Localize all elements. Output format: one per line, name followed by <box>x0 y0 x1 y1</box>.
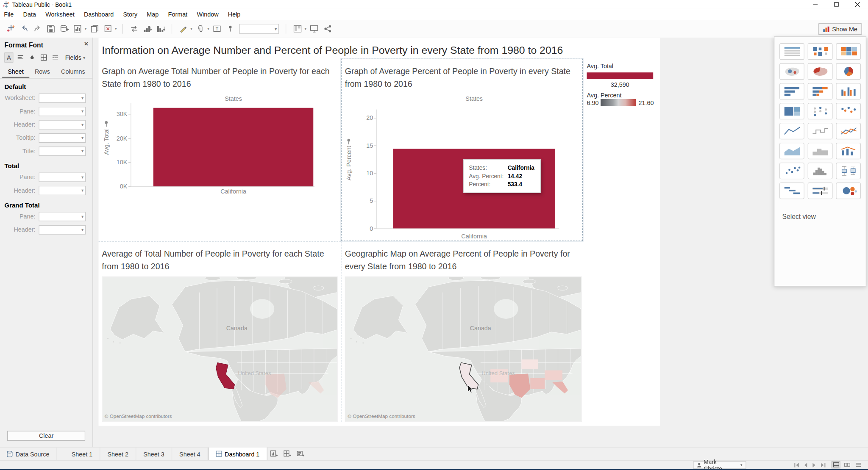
showme-continuous-lines[interactable] <box>779 123 804 139</box>
tab-sheet-3[interactable]: Sheet 3 <box>136 448 172 460</box>
show-mark-labels-icon[interactable]: T <box>210 22 223 35</box>
group-members-button[interactable]: ▾ <box>194 22 209 35</box>
showme-gantt-chart[interactable] <box>779 182 804 199</box>
tooltip-font-select[interactable]: ▾ <box>39 133 86 142</box>
worksheet-font-select[interactable]: ▾ <box>39 93 86 102</box>
showme-pie-chart[interactable] <box>836 63 861 80</box>
tl-bar-california[interactable] <box>153 108 313 186</box>
showme-heat-map[interactable] <box>808 43 833 60</box>
showme-symbol-map[interactable] <box>779 63 804 80</box>
grand-total-pane-font-select[interactable]: ▾ <box>39 212 86 221</box>
show-sheet-tabs-icon[interactable] <box>832 461 840 468</box>
format-tab-columns[interactable]: Columns <box>56 66 91 78</box>
legend-avg-total-swatch[interactable] <box>587 72 653 79</box>
tl-y-axis-line <box>131 103 131 187</box>
showme-text-table[interactable] <box>779 43 804 60</box>
menu-help[interactable]: Help <box>224 9 245 20</box>
sort-ascending-icon[interactable] <box>141 22 154 35</box>
redo-icon[interactable] <box>31 22 44 35</box>
format-borders-icon[interactable] <box>39 53 48 63</box>
poverty-total-map[interactable]: Canada United States © OpenStreetMap con… <box>102 276 337 422</box>
showme-bullet-graph[interactable] <box>808 182 833 199</box>
show-hide-cards-button[interactable]: ▾ <box>291 22 306 35</box>
clear-sheet-button[interactable]: ▾ <box>101 22 117 35</box>
total-pane-font-select[interactable]: ▾ <box>39 172 86 182</box>
tab-sheet-4[interactable]: Sheet 4 <box>172 448 208 460</box>
new-dashboard-tab-button[interactable] <box>281 448 294 460</box>
showme-highlight-table[interactable] <box>836 43 861 60</box>
user-account-dropdown[interactable]: Mark Christo... ▾ <box>693 461 746 469</box>
new-worksheet-button[interactable]: ▾ <box>71 22 86 35</box>
pane-font-select[interactable]: ▾ <box>39 106 86 116</box>
format-shading-icon[interactable] <box>28 53 36 63</box>
showme-dual-lines[interactable] <box>836 123 861 139</box>
last-sheet-icon[interactable] <box>821 462 826 467</box>
showme-circle-views[interactable] <box>808 103 833 119</box>
presentation-mode-icon[interactable] <box>308 22 321 35</box>
showme-side-by-side-circles[interactable] <box>836 103 861 119</box>
previous-sheet-icon[interactable] <box>803 462 808 467</box>
fields-dropdown[interactable]: Fields▾ <box>62 54 88 61</box>
showme-discrete-lines[interactable] <box>808 123 833 139</box>
menu-format[interactable]: Format <box>164 9 191 20</box>
showme-packed-bubbles[interactable] <box>836 182 861 199</box>
showme-histogram[interactable] <box>808 163 833 179</box>
format-font-icon[interactable]: A <box>4 53 13 63</box>
menu-dashboard[interactable]: Dashboard <box>80 9 118 20</box>
format-alignment-icon[interactable] <box>16 53 25 63</box>
format-lines-icon[interactable] <box>51 53 60 63</box>
showme-scatter-plot[interactable] <box>779 163 804 179</box>
tableau-home-icon[interactable] <box>4 22 17 35</box>
total-header-font-select[interactable]: ▾ <box>39 185 86 195</box>
highlight-button[interactable]: ▾ <box>177 22 192 35</box>
swap-rows-columns-icon[interactable] <box>127 22 140 35</box>
showme-horizontal-bars[interactable] <box>779 83 804 100</box>
show-sheet-list-icon[interactable] <box>854 461 862 468</box>
legend-gradient-bar[interactable] <box>601 99 637 106</box>
maximize-button[interactable] <box>826 0 847 9</box>
sort-descending-icon[interactable] <box>154 22 167 35</box>
fit-selector[interactable]: ▾ <box>239 24 279 34</box>
title-font-select[interactable]: ▾ <box>39 146 86 155</box>
fix-axes-icon[interactable] <box>224 22 237 35</box>
menu-data[interactable]: Data <box>19 9 40 20</box>
close-button[interactable] <box>847 0 868 9</box>
header-font-select[interactable]: ▾ <box>39 120 86 129</box>
showme-box-and-whisker[interactable] <box>836 163 861 179</box>
menu-story[interactable]: Story <box>119 9 141 20</box>
grand-total-header-font-select[interactable]: ▾ <box>39 225 86 234</box>
add-data-icon[interactable] <box>58 22 71 35</box>
format-pane-close-icon[interactable]: ✕ <box>84 41 89 47</box>
undo-icon[interactable] <box>18 22 31 35</box>
poverty-percent-map[interactable]: Canada United States © OpenStreetMap con… <box>345 276 582 422</box>
tab-sheet-1[interactable]: Sheet 1 <box>64 448 100 460</box>
new-worksheet-tab-button[interactable] <box>267 448 281 460</box>
clear-button[interactable]: Clear <box>7 431 85 441</box>
menu-map[interactable]: Map <box>143 9 162 20</box>
tab-dashboard-1[interactable]: Dashboard 1 <box>208 448 267 460</box>
new-story-tab-button[interactable] <box>294 448 307 460</box>
showme-area-chart-continuous[interactable] <box>779 143 804 159</box>
menu-window[interactable]: Window <box>193 9 222 20</box>
share-icon[interactable] <box>321 22 334 35</box>
first-sheet-icon[interactable] <box>794 462 799 467</box>
next-sheet-icon[interactable] <box>812 462 817 467</box>
save-icon[interactable] <box>44 22 57 35</box>
minimize-button[interactable] <box>805 0 826 9</box>
tab-sheet-2[interactable]: Sheet 2 <box>100 448 136 460</box>
show-filmstrip-icon[interactable] <box>843 461 851 468</box>
format-tab-rows[interactable]: Rows <box>29 66 56 78</box>
showme-treemap[interactable] <box>779 103 804 119</box>
menu-file[interactable]: File <box>0 9 17 20</box>
showme-area-chart-discrete[interactable] <box>808 143 833 159</box>
tab-data-source[interactable]: Data Source <box>0 448 56 460</box>
showme-filled-map[interactable] <box>808 63 833 80</box>
map-label-canada: Canada <box>226 325 248 332</box>
showme-side-by-side-bars[interactable] <box>836 83 861 100</box>
showme-stacked-bars[interactable] <box>808 83 833 100</box>
showme-dual-combination[interactable] <box>836 143 861 159</box>
show-me-button[interactable]: Show Me <box>818 23 862 35</box>
format-tab-sheet[interactable]: Sheet <box>2 66 29 78</box>
menu-worksheet[interactable]: Worksheet <box>42 9 78 20</box>
duplicate-icon[interactable] <box>88 22 101 35</box>
